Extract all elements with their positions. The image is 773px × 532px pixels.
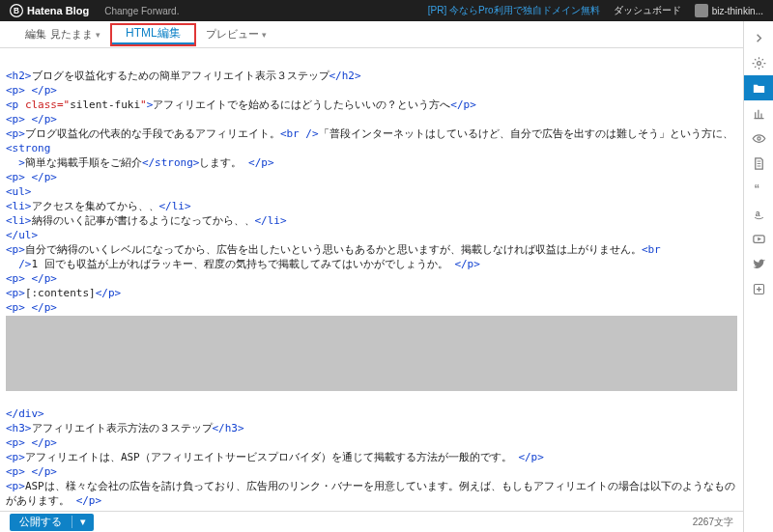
twitter-icon[interactable]: [744, 251, 774, 276]
brand-tagline: Change Forward.: [104, 6, 179, 16]
chart-icon[interactable]: [744, 100, 774, 126]
promo-link[interactable]: [PR] 今ならPro利用で独自ドメイン無料: [428, 4, 600, 17]
chevron-down-icon: ▾: [262, 30, 267, 40]
user-menu[interactable]: biz-thinkin...: [695, 4, 763, 17]
preview-dropdown[interactable]: プレビュー ▾: [196, 21, 276, 47]
top-bar: B Hatena Blog Change Forward. [PR] 今ならPr…: [0, 0, 773, 21]
plus-icon[interactable]: [744, 276, 774, 301]
collapsed-block: [6, 316, 737, 391]
svg-text:a: a: [755, 209, 759, 218]
folder-icon[interactable]: [744, 75, 774, 100]
brand-logo[interactable]: B Hatena Blog: [0, 4, 99, 17]
html-edit-highlight: HTML編集: [110, 23, 196, 46]
document-icon[interactable]: [744, 151, 774, 176]
hatena-icon: B: [10, 4, 23, 17]
quote-icon[interactable]: “: [744, 176, 774, 201]
avatar: [695, 4, 708, 17]
youtube-icon[interactable]: [744, 226, 774, 251]
svg-point-3: [757, 136, 759, 139]
publish-button[interactable]: 公開する ▾: [10, 514, 94, 531]
svg-text:“: “: [754, 182, 759, 194]
editor-toolbar: 編集 見たまま ▾ HTML編集 プレビュー ▾: [0, 21, 743, 48]
brand-text: Hatena Blog: [27, 5, 89, 16]
gear-icon[interactable]: [744, 50, 774, 75]
svg-text:B: B: [14, 7, 19, 15]
bottom-bar: 公開する ▾ 2267文字: [0, 511, 743, 532]
chevron-down-icon: ▾: [96, 30, 100, 40]
edit-dropdown[interactable]: 編集 見たまま ▾: [15, 21, 110, 47]
amazon-icon[interactable]: a: [744, 201, 774, 226]
eye-icon[interactable]: [744, 126, 774, 151]
char-count: 2267文字: [693, 516, 733, 529]
dashboard-link[interactable]: ダッシュボード: [614, 4, 681, 17]
right-sidebar: “ a: [743, 21, 773, 532]
chevron-down-icon[interactable]: ▾: [72, 516, 94, 528]
username: biz-thinkin...: [712, 6, 763, 16]
chevron-right-icon[interactable]: [744, 25, 774, 50]
tab-html-edit[interactable]: HTML編集: [112, 25, 194, 44]
html-source-editor[interactable]: <h2>ブログを収益化するための簡単アフィリエイト表示３ステップ</h2> <p…: [0, 48, 743, 511]
svg-point-2: [757, 61, 760, 65]
